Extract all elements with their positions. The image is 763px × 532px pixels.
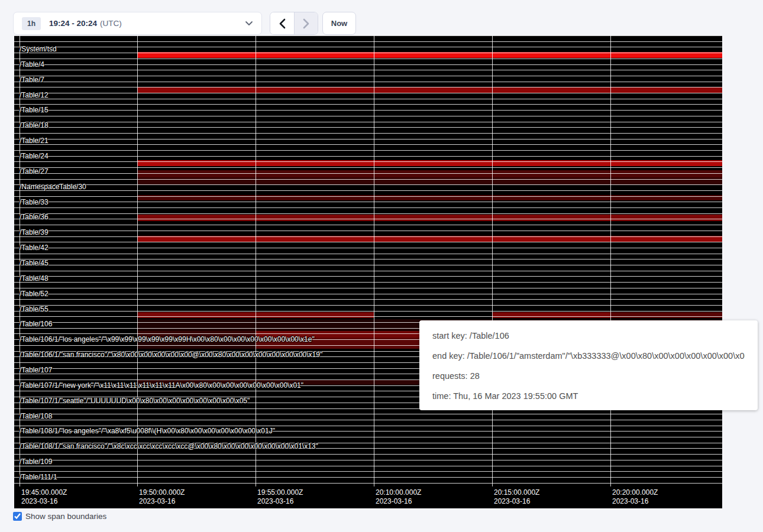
heat-band — [137, 236, 722, 242]
next-range-button[interactable] — [294, 12, 318, 34]
time-gridline — [20, 35, 20, 486]
span-boundary-lines — [14, 35, 722, 486]
row-label: /Table/15 — [20, 106, 49, 114]
heatmap-canvas[interactable]: /System/tsd/Table/4/Table/7/Table/12/Tab… — [14, 35, 722, 486]
tooltip-requests: requests: 28 — [432, 366, 745, 386]
row-label: /Table/42 — [20, 244, 49, 252]
x-tick-label: 19:45:00.000Z2023-03-16 — [21, 488, 67, 506]
key-visualizer-page: 1h 19:24 - 20:24 (UTC) Now /System/tsd/T… — [0, 0, 763, 532]
row-label: /Table/106/1/"los angeles"/"\x99\x99\x99… — [20, 335, 315, 343]
x-tick-label: 19:55:00.000Z2023-03-16 — [257, 488, 303, 506]
row-label: /Table/108 — [20, 412, 52, 420]
heat-band — [137, 87, 722, 93]
time-range-selector[interactable]: 1h 19:24 - 20:24 (UTC) — [13, 12, 262, 35]
time-gridline — [492, 35, 493, 486]
heat-band — [137, 52, 722, 58]
heat-band — [492, 312, 610, 318]
x-tick-label: 19:50:00.000Z2023-03-16 — [139, 488, 185, 506]
heat-band — [137, 195, 722, 200]
heat-band — [137, 177, 722, 184]
span-tooltip: start key: /Table/106 end key: /Table/10… — [419, 320, 758, 410]
row-label: /Table/24 — [20, 152, 49, 160]
row-label: /Table/106/1/"san francisco"/"\x80\x00\x… — [20, 351, 322, 359]
prev-range-button[interactable] — [270, 12, 294, 34]
row-label: /Table/108/1/"los angeles"/"\xa8\xf5\u00… — [20, 427, 275, 435]
row-label: /Table/33 — [20, 198, 49, 206]
row-label: /Table/52 — [20, 290, 49, 298]
row-label: /NamespaceTable/30 — [20, 183, 86, 191]
x-tick-label: 20:10:00.000Z2023-03-16 — [376, 488, 421, 506]
range-nav-group — [270, 12, 318, 35]
row-label: /Table/45 — [20, 259, 49, 267]
heat-band — [137, 160, 722, 166]
row-label: /Table/108/1/"san francisco"/"\x8c\xcc\x… — [20, 442, 318, 450]
heat-band — [610, 312, 722, 318]
row-label: /Table/107 — [20, 366, 52, 374]
row-label: /Table/4 — [20, 60, 44, 69]
row-label: /Table/109 — [20, 458, 52, 466]
row-label: /Table/48 — [20, 274, 49, 283]
row-label: /Table/7 — [20, 76, 44, 84]
show-span-boundaries-label: Show span boundaries — [25, 512, 106, 521]
row-label: /Table/36 — [20, 213, 49, 221]
row-label: /Table/111/1 — [20, 473, 57, 481]
time-gridline — [610, 35, 611, 486]
heat-band — [137, 338, 256, 349]
tooltip-time: time: Thu, 16 Mar 2023 19:55:00 GMT — [432, 386, 745, 406]
footer: Show span boundaries — [13, 512, 106, 521]
row-label: /Table/55 — [20, 305, 49, 313]
time-gridline — [137, 35, 138, 486]
show-span-boundaries-checkbox[interactable] — [13, 512, 22, 521]
time-gridline — [256, 35, 256, 486]
time-gridline — [374, 35, 374, 486]
x-tick-label: 20:20:00.000Z2023-03-16 — [612, 488, 658, 506]
heat-band — [137, 215, 722, 221]
tooltip-start-key: start key: /Table/106 — [432, 326, 745, 346]
row-label: /Table/18 — [20, 121, 49, 129]
chevron-down-icon — [245, 21, 253, 26]
tooltip-end-key: end key: /Table/106/1/"amsterdam"/"\xb33… — [432, 346, 745, 366]
row-label: /Table/107/1/"seattle"/"UUUUUUD\x00\x80\… — [20, 397, 250, 405]
row-label: /Table/106 — [20, 320, 52, 328]
x-tick-label: 20:15:00.000Z2023-03-16 — [494, 488, 539, 506]
row-label: /Table/27 — [20, 167, 49, 176]
row-label: /Table/107/1/"new york"/"\x11\x11\x11\x1… — [20, 381, 303, 390]
range-timezone: (UTC) — [100, 19, 122, 28]
row-label: /Table/21 — [20, 137, 49, 145]
row-label: /Table/12 — [20, 91, 49, 99]
heat-band — [137, 170, 722, 177]
range-duration-badge: 1h — [22, 17, 41, 30]
row-label: /System/tsd — [20, 45, 57, 53]
key-visualizer-chart[interactable]: /System/tsd/Table/4/Table/7/Table/12/Tab… — [14, 35, 722, 508]
toolbar: 1h 19:24 - 20:24 (UTC) Now — [0, 0, 763, 35]
row-label: /Table/39 — [20, 228, 49, 236]
chevron-left-icon — [279, 18, 286, 29]
heat-band — [137, 312, 374, 318]
heat-band — [137, 331, 256, 338]
chevron-right-icon — [303, 18, 309, 29]
now-button[interactable]: Now — [322, 12, 356, 35]
range-label: 19:24 - 20:24 — [49, 19, 97, 28]
